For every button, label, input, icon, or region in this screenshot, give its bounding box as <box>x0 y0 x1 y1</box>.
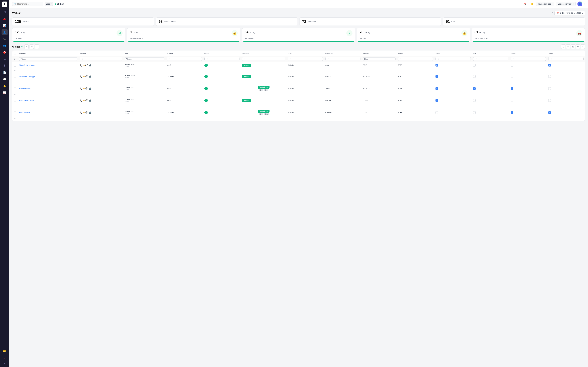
phone-icon[interactable]: 📞 <box>80 87 82 90</box>
lead-selector[interactable]: Lead ▾ <box>45 2 53 6</box>
filter-annee-select[interactable]: - ▾ <box>398 57 433 61</box>
row1-to-checkbox[interactable] <box>473 64 476 67</box>
row1-result-button[interactable]: Rejoint <box>242 64 251 67</box>
sidebar-logo[interactable]: A <box>2 1 7 7</box>
sidebar-expand[interactable]: » <box>3 361 6 366</box>
filter-date-input[interactable]: Filtrer... <box>125 57 164 61</box>
dealer-selector[interactable]: Concessionnaire ▾ <box>556 2 576 6</box>
sidebar-item-dashboard[interactable]: ⊞ <box>1 9 8 15</box>
video-icon[interactable]: 📹 <box>88 75 91 78</box>
avatar[interactable]: 👤 <box>578 1 582 6</box>
avatar-chevron-icon[interactable]: ▾ <box>584 3 585 5</box>
sidebar-item-bell[interactable]: 🔔 <box>1 83 8 89</box>
row2-to-checkbox[interactable] <box>473 75 476 78</box>
more-action-button[interactable]: ··· <box>35 44 39 49</box>
video-icon[interactable]: 📹 <box>88 111 91 114</box>
filter-division-select[interactable]: - ▾ <box>167 57 202 61</box>
email-icon[interactable]: ✉ <box>83 111 85 114</box>
row5-essai-checkbox[interactable] <box>435 111 438 114</box>
row5-client-link[interactable]: Érika Millette <box>19 111 30 114</box>
row4-client-link[interactable]: Patrick Desrosiers <box>19 100 34 101</box>
video-icon[interactable]: 📹 <box>88 99 91 102</box>
sidebar-item-doc[interactable]: 📄 <box>1 69 8 75</box>
row1-client-link[interactable]: Marc-Antoine Auger <box>19 64 35 66</box>
filter-modele-input[interactable]: Filtrer... <box>363 57 395 61</box>
notification-icon[interactable]: 🔔 <box>529 1 534 6</box>
chat-icon[interactable]: 💬 <box>85 64 88 67</box>
row4-result-button[interactable]: Rejoint <box>242 99 251 102</box>
calendar-icon[interactable]: 📅 <box>523 1 527 6</box>
filter-type-select[interactable]: - ▾ <box>288 57 323 61</box>
row4-vendu-checkbox[interactable] <box>548 99 551 102</box>
row4-bback-checkbox[interactable] <box>511 99 513 102</box>
row3-to-checkbox[interactable]: ✓ <box>473 87 476 90</box>
collapse-button[interactable]: ⌃ <box>551 12 553 14</box>
chat-icon[interactable]: 💬 <box>85 99 88 102</box>
filter-contact-select[interactable]: - ▾ <box>80 57 122 61</box>
row3-bback-checkbox[interactable]: ✓ <box>511 87 513 90</box>
chat-icon[interactable]: 💬 <box>85 75 88 78</box>
email-action-button[interactable]: ✉ <box>24 44 29 49</box>
row2-checkbox[interactable] <box>14 75 16 78</box>
search-box[interactable]: 🔍 <box>12 2 43 6</box>
row2-add-button[interactable]: + <box>14 80 16 83</box>
email-icon[interactable]: ✉ <box>83 87 85 90</box>
row4-checkbox[interactable] <box>14 99 16 102</box>
filter-essai-select[interactable]: - ▾ <box>435 57 471 61</box>
filter-resultat-select[interactable]: - ▾ <box>242 57 285 61</box>
row5-bback-checkbox[interactable]: ✓ <box>511 111 513 114</box>
add-row-button[interactable]: + <box>21 45 23 48</box>
phone-icon[interactable]: 📞 <box>80 111 82 114</box>
row3-essai-checkbox[interactable]: ✓ <box>435 87 438 90</box>
row3-vendu-checkbox[interactable] <box>548 87 551 90</box>
row3-checkbox[interactable] <box>14 87 16 90</box>
sidebar-item-shuffle[interactable]: ⇄ <box>1 56 8 62</box>
search-input[interactable] <box>17 3 39 5</box>
row5-to-checkbox[interactable] <box>473 111 476 114</box>
row2-bback-checkbox[interactable] <box>511 75 513 78</box>
sidebar-item-target[interactable]: 🎯 <box>1 49 8 55</box>
row1-checkbox[interactable] <box>14 64 16 67</box>
row5-vendu-checkbox[interactable]: ✓ <box>548 111 551 114</box>
filter-statut-select[interactable]: - ▾ <box>204 57 240 61</box>
share-action-button[interactable]: ⊲ <box>30 44 34 49</box>
chat-icon[interactable]: 💬 <box>85 87 88 90</box>
row2-client-link[interactable]: Laurianne Latulippe <box>19 75 35 77</box>
row3-add-button[interactable]: + <box>14 93 16 96</box>
th-clients[interactable]: Clients <box>18 50 78 56</box>
grid-view-button[interactable]: ⊞ <box>561 44 565 49</box>
filter-clients-input[interactable]: Filtrer... <box>19 57 77 61</box>
phone-icon[interactable]: 📞 <box>80 64 82 67</box>
row1-bback-checkbox[interactable] <box>511 64 513 67</box>
sidebar-item-phone[interactable]: 📞 <box>1 36 8 42</box>
filter-to-select[interactable]: - ▾ <box>473 57 508 61</box>
row5-checkbox[interactable] <box>14 111 16 114</box>
add-client-button[interactable]: + CLIENT <box>55 3 64 5</box>
filter-vendu-select[interactable]: - ▾ <box>548 57 584 61</box>
chat-icon[interactable]: 💬 <box>85 111 88 114</box>
columns-button[interactable]: ⊟ <box>571 44 575 49</box>
sidebar-item-person[interactable]: 👤 <box>1 29 8 35</box>
row1-essai-checkbox[interactable]: ✓ <box>435 64 438 67</box>
email-icon[interactable]: ✉ <box>83 99 85 102</box>
team-selector[interactable]: Toutes équipes ▾ <box>536 2 554 6</box>
row2-vendu-checkbox[interactable] <box>548 75 551 78</box>
filter-conseiller-select[interactable]: - ▾ <box>325 57 361 61</box>
row4-to-checkbox[interactable] <box>473 99 476 102</box>
email-icon[interactable]: ✉ <box>83 64 85 67</box>
row2-essai-checkbox[interactable]: ✓ <box>435 75 438 78</box>
list-view-button[interactable]: ☰ <box>566 44 570 49</box>
refresh-button[interactable]: ↺ <box>576 44 580 49</box>
sidebar-item-chart2[interactable]: 📈 <box>1 90 8 96</box>
sidebar-item-ticket[interactable]: 🎫 <box>1 348 8 354</box>
sidebar-item-car[interactable]: 🚗 <box>1 16 8 22</box>
sort-clients[interactable]: Clients <box>19 52 26 54</box>
sidebar-item-chart[interactable]: 📊 <box>1 22 8 28</box>
date-range-selector[interactable]: 📅 01 fév. 2023 - 28 fév. 2023 ▾ <box>554 11 585 15</box>
video-icon[interactable]: 📹 <box>88 64 91 67</box>
row1-add-button[interactable]: + <box>14 69 16 72</box>
collapse-table-button[interactable]: ⌃ <box>581 44 585 49</box>
row4-add-button[interactable]: + <box>14 104 16 108</box>
email-icon[interactable]: ✉ <box>83 75 85 78</box>
sidebar-item-clock[interactable]: ⏱ <box>1 63 8 69</box>
